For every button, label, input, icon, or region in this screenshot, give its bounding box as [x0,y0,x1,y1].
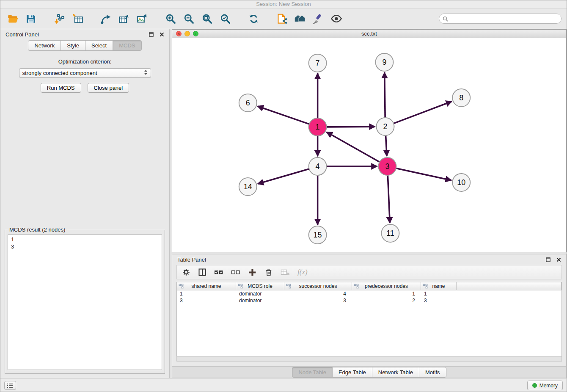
svg-text:1: 1 [316,123,320,131]
control-panel-tab-style[interactable]: Style [61,40,85,51]
control-panel-tab-select[interactable]: Select [85,40,113,51]
horizontal-scrollbar[interactable] [176,356,562,362]
edge-2-3[interactable] [386,135,387,156]
create-view-button[interactable] [275,11,289,26]
close-window-icon[interactable]: ✕ [176,31,182,36]
node-7[interactable]: 7 [309,54,327,72]
run-mcds-button[interactable]: Run MCDS [41,83,81,93]
import-network-button[interactable] [52,11,66,26]
node-3[interactable]: 3 [378,157,396,175]
zoom-selected-button[interactable] [218,11,232,26]
status-bar: Memory [0,378,567,392]
export-table-button[interactable] [117,11,131,26]
export-image-button[interactable] [135,11,149,26]
clone-network-icon [100,13,112,25]
show-hide-button[interactable] [329,11,344,26]
column-header-MCDS-role[interactable]: MCDS role [236,282,284,290]
memory-label: Memory [539,383,558,389]
deselect-all-icon[interactable] [231,268,240,276]
table-tab-edge-table[interactable]: Edge Table [332,367,372,378]
edge-2-9[interactable] [385,72,385,118]
table-panel-title: Table Panel [177,257,206,263]
zoom-fit-button[interactable] [200,11,214,26]
node-1[interactable]: 1 [309,118,327,136]
table-body: 1dominator4113dominator323 [177,290,561,304]
table-row[interactable]: 1dominator411 [177,290,561,297]
node-11[interactable]: 11 [381,224,399,242]
network-window-title: scc.txt [361,30,377,37]
optimization-criterion-select[interactable]: strongly connected component [19,68,151,78]
column-tree-icon [354,284,359,289]
zoom-out-button[interactable] [182,11,196,26]
table-row[interactable]: 3dominator323 [177,297,561,304]
node-10[interactable]: 10 [452,174,470,191]
table-tab-motifs[interactable]: Motifs [419,367,446,378]
column-tree-icon [423,284,428,289]
save-session-button[interactable] [24,11,38,26]
zoom-window-icon[interactable]: ＋ [193,31,198,36]
import-table-button[interactable] [70,11,85,26]
search-box[interactable] [439,14,561,24]
panel-menu-button[interactable] [4,381,16,390]
delete-table-icon[interactable] [281,268,290,276]
refresh-icon [248,13,259,25]
network-canvas[interactable]: 7968124314101511 [172,38,566,252]
refresh-button[interactable] [246,11,261,26]
close-panel-icon[interactable] [160,32,164,37]
column-header-successor-nodes[interactable]: successor nodes [284,282,352,290]
edge-3-1[interactable] [327,132,380,162]
add-column-icon[interactable] [248,268,257,277]
list-icon [7,383,14,389]
float-panel-icon[interactable] [546,257,550,262]
column-header-name[interactable]: name [421,282,457,290]
table-tab-network-table[interactable]: Network Table [372,367,419,378]
table-settings-icon[interactable] [182,268,190,276]
column-header-shared-name[interactable]: shared name [177,282,236,290]
network-graph[interactable]: 7968124314101511 [172,38,566,252]
memory-button[interactable]: Memory [527,381,563,390]
node-8[interactable]: 8 [452,89,470,107]
edge-3-10[interactable] [396,168,451,180]
table-header-row: shared nameMCDS rolesuccessor nodesprede… [177,282,561,290]
node-15[interactable]: 15 [309,226,327,244]
edge-4-14[interactable] [258,169,309,184]
search-input[interactable] [450,16,558,22]
clone-network-button[interactable] [99,11,113,26]
node-table: shared nameMCDS rolesuccessor nodesprede… [176,282,562,356]
edge-1-2[interactable] [327,127,375,127]
node-4[interactable]: 4 [309,157,327,175]
control-panel-tab-mcds[interactable]: MCDS [113,40,141,51]
network-window: ✕ − ＋ scc.txt 7968124314101511 [172,29,567,252]
control-panel-tab-network[interactable]: Network [28,40,61,51]
minimize-window-icon[interactable]: − [184,31,190,36]
node-14[interactable]: 14 [239,178,257,196]
column-header-predecessor-nodes[interactable]: predecessor nodes [352,282,421,290]
edge-2-8[interactable] [394,102,452,124]
control-panel-title: Control Panel [6,31,39,38]
delete-column-icon[interactable] [264,268,273,276]
node-2[interactable]: 2 [376,118,394,135]
edge-3-11[interactable] [388,175,390,223]
control-panel-header: Control Panel [0,29,169,39]
table-tabs: Node TableEdge TableNetwork TableMotifs [172,366,566,378]
select-all-icon[interactable] [214,268,223,276]
function-builder-button[interactable]: f(x) [297,268,308,276]
close-panel-icon[interactable] [556,257,561,262]
eye-icon [330,13,342,25]
node-9[interactable]: 9 [375,53,393,71]
edge-1-6[interactable] [257,106,309,124]
node-6[interactable]: 6 [239,94,257,112]
annotation-button[interactable] [311,11,325,26]
open-session-button[interactable] [6,11,20,26]
zoom-in-icon [165,13,176,25]
close-panel-button[interactable]: Close panel [88,83,129,93]
main-toolbar [0,8,567,29]
control-panel-tabs: NetworkStyleSelectMCDS [0,40,169,51]
split-columns-icon[interactable] [198,268,206,276]
table-tab-node-table[interactable]: Node Table [292,367,333,378]
open-folder-icon [7,13,19,25]
network-overview-button[interactable] [293,11,307,26]
mcds-result-list[interactable]: 13 [8,235,162,370]
float-panel-icon[interactable] [149,32,154,37]
zoom-in-button[interactable] [163,11,178,26]
